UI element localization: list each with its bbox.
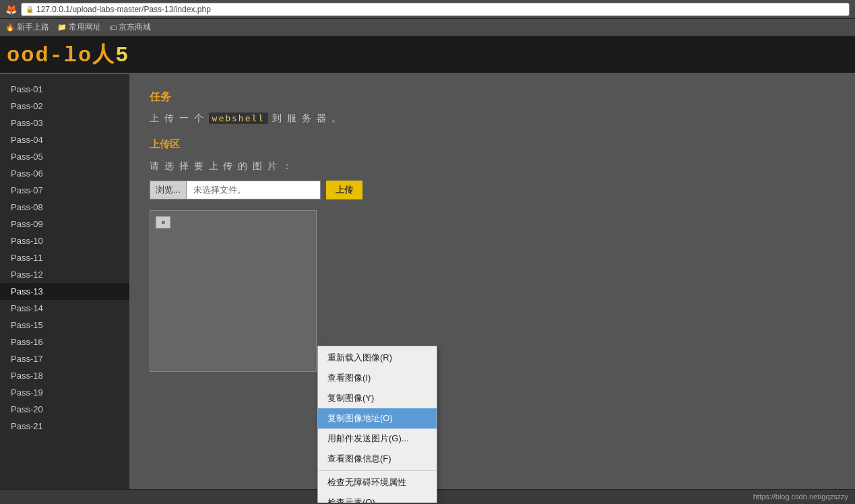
sidebar-item-pass20[interactable]: Pass-20: [0, 401, 129, 418]
sidebar-item-pass14[interactable]: Pass-14: [0, 300, 129, 317]
task-post: 到 服 务 器 。: [272, 113, 342, 123]
sidebar-item-pass07[interactable]: Pass-07: [0, 182, 129, 199]
browser-icon: 🦊: [5, 4, 17, 15]
sidebar-item-pass19[interactable]: Pass-19: [0, 384, 129, 401]
sidebar-item-pass09[interactable]: Pass-09: [0, 216, 129, 232]
bookmark-label: 京东商城: [119, 22, 151, 33]
sidebar-item-pass10[interactable]: Pass-10: [0, 232, 129, 249]
bookmark-xinshoulang[interactable]: 🔥 新手上路: [5, 22, 49, 33]
context-menu: 重新载入图像(R) 查看图像(I) 复制图像(Y) 复制图像地址(O) 用邮件发…: [317, 346, 437, 503]
sidebar-item-pass21[interactable]: Pass-21: [0, 418, 129, 435]
browse-button[interactable]: 浏览...: [150, 181, 186, 199]
task-pre: 上 传 一 个: [150, 113, 205, 123]
sidebar-item-pass03[interactable]: Pass-03: [0, 115, 129, 131]
broken-image-inner: ✖: [156, 216, 170, 228]
sidebar-item-pass11[interactable]: Pass-11: [0, 249, 129, 266]
ctx-copy-image[interactable]: 复制图像(Y): [318, 388, 437, 408]
sidebar-item-pass04[interactable]: Pass-04: [0, 131, 129, 148]
bookmark-jingdong[interactable]: 🏷 京东商城: [109, 22, 151, 33]
address-text: 127.0.0.1/upload-labs-master/Pass-13/ind…: [36, 5, 211, 14]
sidebar-item-pass15[interactable]: Pass-15: [0, 317, 129, 334]
site-logo: ood-lo人5: [7, 40, 129, 69]
logo-text-kanji: 人: [92, 43, 115, 68]
image-preview-box: ✖ 重新载入图像(R) 查看图像(I) 复制图像(Y) 复制图像地址(O): [150, 210, 317, 372]
logo-text-number: 5: [115, 43, 129, 68]
sidebar-item-pass16[interactable]: Pass-16: [0, 334, 129, 350]
ctx-view-image[interactable]: 查看图像(I): [318, 368, 437, 388]
ctx-reload-image[interactable]: 重新载入图像(R): [318, 348, 437, 368]
broken-image-icon: ✖: [156, 216, 172, 230]
ctx-view-image-info[interactable]: 查看图像信息(F): [318, 449, 437, 469]
logo-bar: ood-lo人5: [0, 36, 855, 74]
sidebar-item-pass17[interactable]: Pass-17: [0, 350, 129, 367]
bookmark-label: 常用网址: [69, 22, 101, 33]
sidebar-item-pass06[interactable]: Pass-06: [0, 165, 129, 182]
fire-icon: 🔥: [5, 23, 15, 32]
file-name-display: 未选择文件。: [186, 181, 321, 199]
sidebar-item-pass13[interactable]: Pass-13: [0, 283, 129, 300]
lock-icon: 🔒: [26, 5, 34, 13]
ctx-email-image[interactable]: 用邮件发送图片(G)...: [318, 429, 437, 449]
sidebar-item-pass01[interactable]: Pass-01: [0, 81, 129, 98]
main-layout: Pass-01Pass-02Pass-03Pass-04Pass-05Pass-…: [0, 74, 855, 489]
ctx-divider: [318, 470, 437, 471]
folder-icon: 📁: [57, 23, 67, 32]
upload-button[interactable]: 上传: [326, 181, 362, 199]
task-description: 上 传 一 个 webshell 到 服 务 器 。: [150, 113, 835, 125]
logo-text-colored: ood-lo: [7, 43, 92, 68]
task-heading: 任务: [150, 90, 835, 104]
ctx-inspect-element[interactable]: 检查元素(Q): [318, 493, 437, 503]
upload-heading: 上传区: [150, 138, 835, 151]
bookmark-label: 新手上路: [17, 22, 49, 33]
ctx-copy-image-url[interactable]: 复制图像地址(O): [318, 408, 437, 429]
upload-label: 请 选 择 要 上 传 的 图 片 ：: [150, 160, 835, 172]
sidebar-item-pass12[interactable]: Pass-12: [0, 266, 129, 283]
ctx-accessibility[interactable]: 检查无障碍环境属性: [318, 472, 437, 493]
bookmark-bar: 🔥 新手上路 📁 常用网址 🏷 京东商城: [0, 19, 855, 36]
status-url: https://blog.csdn.net/gqzszzy: [753, 493, 848, 501]
bookmark-changyong[interactable]: 📁 常用网址: [57, 22, 101, 33]
broken-img-symbol: ✖: [161, 220, 166, 226]
upload-controls: 浏览... 未选择文件。 上传: [150, 181, 835, 199]
sidebar-item-pass08[interactable]: Pass-08: [0, 199, 129, 216]
content-area: 任务 上 传 一 个 webshell 到 服 务 器 。 上传区 请 选 择 …: [129, 74, 855, 489]
sidebar-item-pass18[interactable]: Pass-18: [0, 367, 129, 384]
sidebar-item-pass05[interactable]: Pass-05: [0, 148, 129, 165]
sidebar: Pass-01Pass-02Pass-03Pass-04Pass-05Pass-…: [0, 74, 129, 489]
tag-icon: 🏷: [109, 24, 117, 32]
webshell-tag: webshell: [209, 113, 269, 124]
sidebar-item-pass02[interactable]: Pass-02: [0, 98, 129, 115]
address-bar[interactable]: 🔒 127.0.0.1/upload-labs-master/Pass-13/i…: [21, 3, 850, 16]
browser-chrome: 🦊 🔒 127.0.0.1/upload-labs-master/Pass-13…: [0, 0, 855, 19]
